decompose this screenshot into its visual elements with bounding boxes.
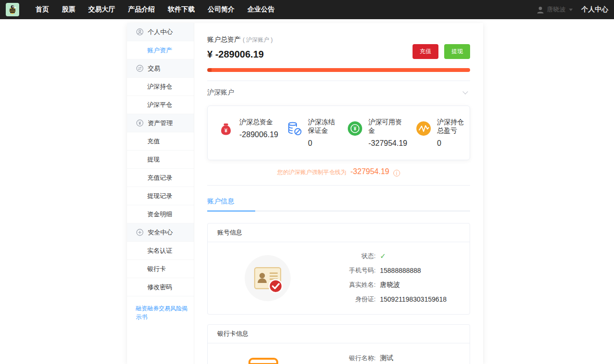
- frozen-coins-icon: [286, 120, 303, 137]
- recharge-button[interactable]: 充值: [413, 44, 438, 59]
- svg-text:¥: ¥: [224, 128, 228, 133]
- sidebar-item-withdraw-records[interactable]: 提现记录: [127, 187, 194, 205]
- nav-item-products[interactable]: 产品介绍: [128, 5, 155, 14]
- chevron-down-icon[interactable]: [462, 89, 468, 94]
- tab-bar: 账户信息: [207, 197, 470, 211]
- coin-yen-icon: ¥: [346, 120, 364, 137]
- stat-value: -289006.19: [239, 130, 278, 139]
- sidebar-item-withdraw[interactable]: 提现: [127, 151, 194, 169]
- margin-risk-disclosure-link[interactable]: 融资融券交易风险揭示书: [136, 304, 189, 321]
- stat-value: 0: [437, 139, 468, 148]
- sidebar-section-label: 安全中心: [148, 228, 173, 237]
- withdraw-button[interactable]: 提现: [444, 44, 470, 59]
- status-check-icon: ✓: [380, 252, 386, 260]
- money-bag-icon: ¥: [217, 120, 235, 137]
- stat-label: 沪深可用资金: [368, 118, 407, 135]
- user-icon: [136, 28, 143, 35]
- field-value: 唐晓波: [380, 281, 400, 289]
- main-menu: 首页 股票 交易大厅 产品介绍 软件下载 公司简介 企业公告: [35, 5, 274, 14]
- username-label: 唐晓波: [547, 5, 566, 14]
- pnl-chart-icon: [415, 120, 432, 137]
- sidebar-section-label: 交易: [148, 64, 160, 73]
- info-icon[interactable]: i: [393, 170, 400, 176]
- stat-value: 0: [308, 139, 339, 148]
- stat-total-funds: ¥ 沪深总资金 -289006.19: [210, 118, 278, 148]
- sidebar-item-hs-positions[interactable]: 沪深持仓: [127, 78, 194, 96]
- tab-account-info[interactable]: 账户信息: [207, 197, 236, 211]
- avatar-icon: [536, 6, 544, 14]
- account-info-card-title: 账号信息: [208, 223, 470, 242]
- sidebar-section-personal-center[interactable]: 个人中心: [127, 23, 194, 41]
- sidebar-item-hs-closed[interactable]: 沪深平仓: [127, 96, 194, 114]
- svg-text:¥: ¥: [354, 126, 356, 131]
- security-icon: [136, 229, 143, 236]
- field-phone: 手机号码: 15888888888: [328, 263, 470, 278]
- field-label: 身份证:: [328, 295, 376, 304]
- sidebar-item-recharge-records[interactable]: 充值记录: [127, 169, 194, 187]
- total-assets-title: 账户总资产 ( 沪深账户 ): [207, 35, 273, 44]
- assets-progress-bar: [207, 68, 470, 72]
- hs-stats-card: ¥ 沪深总资金 -289006.19 沪深冻结保证金: [207, 106, 470, 160]
- sidebar: 个人中心 账户资产 交易 沪深持仓 沪深平仓 资产管理 充值 提现: [127, 23, 194, 364]
- field-status: 状态: ✓: [328, 249, 470, 263]
- sidebar-item-bank-card[interactable]: 银行卡: [127, 260, 194, 278]
- stat-total-pnl: 沪深持仓总盈亏 0: [407, 118, 468, 148]
- field-label: 手机号码:: [328, 266, 376, 275]
- field-value: 150921198303159618: [380, 295, 447, 303]
- bee-logo-icon[interactable]: [6, 3, 19, 16]
- sidebar-section-trade[interactable]: 交易: [127, 59, 194, 78]
- nav-item-trading-hall[interactable]: 交易大厅: [88, 5, 115, 14]
- navbar-right: 唐晓波 个人中心: [536, 5, 608, 14]
- bank-cards-icon: [246, 355, 290, 364]
- content-panel: 个人中心 账户资产 交易 沪深持仓 沪深平仓 资产管理 充值 提现: [127, 23, 483, 364]
- stat-available-funds: ¥ 沪深可用资金 -327954.19: [339, 118, 407, 148]
- id-card-verified-icon: [244, 254, 292, 302]
- field-label: 真实姓名:: [328, 281, 376, 289]
- nav-item-personal-center[interactable]: 个人中心: [581, 5, 608, 14]
- hs-account-header[interactable]: 沪深账户: [207, 88, 470, 97]
- hs-account-title: 沪深账户: [207, 88, 234, 97]
- sidebar-item-account-assets[interactable]: 账户资产: [127, 41, 194, 59]
- sidebar-item-fund-details[interactable]: 资金明细: [127, 205, 194, 223]
- sidebar-section-label: 资产管理: [148, 119, 173, 128]
- field-real-name: 真实姓名: 唐晓波: [328, 278, 470, 292]
- stat-frozen-margin: 沪深冻结保证金 0: [278, 118, 339, 148]
- total-assets-subtitle: ( 沪深账户 ): [243, 36, 273, 43]
- nav-item-downloads[interactable]: 软件下载: [168, 5, 195, 14]
- bee-icon: [7, 4, 18, 15]
- sidebar-section-security-center[interactable]: 安全中心: [127, 223, 194, 242]
- stat-label: 沪深冻结保证金: [308, 118, 339, 135]
- liquidation-notice: 您的沪深账户强制平仓线为 -327954.19 i: [207, 167, 470, 176]
- field-bank-name: 银行名称: 测试: [328, 351, 470, 364]
- sidebar-section-asset-management[interactable]: 资产管理: [127, 114, 194, 132]
- main-content: 账户总资产 ( 沪深账户 ) ¥ -289006.19 充值 提现 沪深账户 ¥: [194, 23, 483, 364]
- nav-item-announcements[interactable]: 企业公告: [248, 5, 274, 14]
- sidebar-section-label: 个人中心: [148, 28, 173, 36]
- sidebar-item-real-name-auth[interactable]: 实名认证: [127, 242, 194, 260]
- user-dropdown[interactable]: 唐晓波: [536, 5, 573, 14]
- bank-card-info-title: 银行卡信息: [208, 325, 470, 343]
- liquidation-notice-text: 您的沪深账户强制平仓线为: [277, 169, 346, 176]
- field-id-number: 身份证: 150921198303159618: [328, 292, 470, 306]
- top-navbar: 首页 股票 交易大厅 产品介绍 软件下载 公司简介 企业公告 唐晓波 个人中心: [0, 0, 614, 19]
- divider: [207, 81, 470, 81]
- account-header: 账户总资产 ( 沪深账户 ) ¥ -289006.19 充值 提现: [207, 23, 470, 60]
- nav-item-home[interactable]: 首页: [35, 5, 49, 14]
- liquidation-notice-value: -327954.19: [351, 167, 390, 176]
- bank-card-info-card: 银行卡信息 银行名称: 测试: [207, 324, 470, 364]
- nav-item-stocks[interactable]: 股票: [62, 5, 75, 14]
- stat-label: 沪深总资金: [239, 118, 278, 127]
- trade-icon: [136, 65, 143, 72]
- caret-down-icon: [569, 9, 573, 11]
- asset-icon: [136, 119, 143, 127]
- sidebar-item-recharge[interactable]: 充值: [127, 132, 194, 151]
- nav-item-company[interactable]: 公司简介: [208, 5, 235, 14]
- field-label: 银行名称:: [328, 354, 376, 363]
- sidebar-item-change-password[interactable]: 修改密码: [127, 278, 194, 296]
- field-label: 状态:: [328, 252, 376, 260]
- stat-label: 沪深持仓总盈亏: [437, 118, 468, 135]
- divider: [207, 185, 470, 186]
- stat-value: -327954.19: [368, 139, 407, 148]
- field-value: 测试: [380, 354, 393, 363]
- account-info-card: 账号信息: [207, 223, 470, 315]
